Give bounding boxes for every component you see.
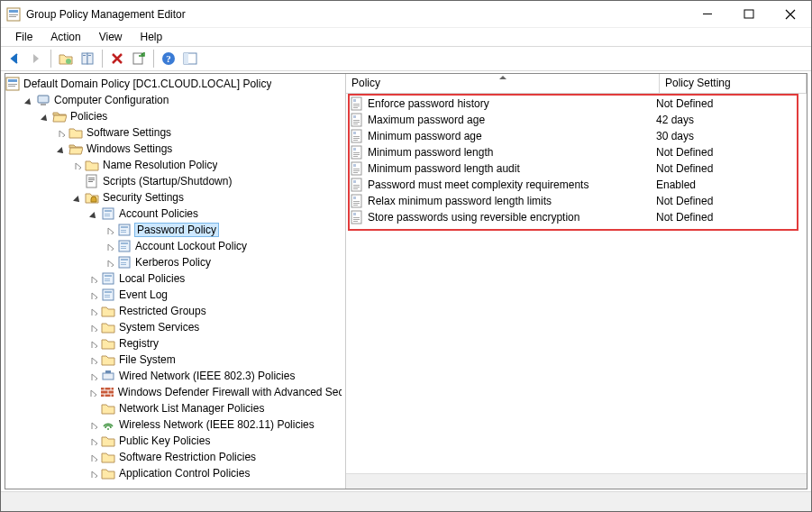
tree-kerberos-policy[interactable]: Kerberos Policy [103,254,345,270]
tree-wired-network[interactable]: Wired Network (IEEE 802.3) Policies [87,368,345,384]
tree-account-lockout-policy[interactable]: Account Lockout Policy [103,238,345,254]
policy-row[interactable]: Minimum password age30 days [346,128,807,144]
menu-help[interactable]: Help [132,29,172,45]
export-button[interactable] [129,49,149,69]
expander-icon[interactable] [87,386,98,398]
tree-scripts[interactable]: Scripts (Startup/Shutdown) [70,173,345,189]
horizontal-scrollbar[interactable] [346,473,807,489]
policy-name: Enforce password history [368,97,656,110]
forward-button[interactable] [26,49,46,69]
expander-icon[interactable] [87,418,99,431]
tree-local-policies[interactable]: Local Policies [87,270,345,287]
policy-name: Maximum password age [368,114,656,126]
tree-label: Security Settings [103,191,184,204]
tree-security-settings[interactable]: Security Settings [70,189,345,206]
window-title: Group Policy Management Editor [26,8,687,21]
help-button[interactable] [159,49,178,69]
tree-label: Computer Configuration [54,94,169,106]
expander-icon[interactable] [87,288,99,301]
tree-label: Event Log [119,288,168,301]
expander-icon[interactable] [70,191,83,204]
policy-row[interactable]: Relax minimum password length limitsNot … [346,193,807,209]
tree-system-services[interactable]: System Services [87,319,345,335]
tree-registry[interactable]: Registry [87,335,345,352]
expander-icon[interactable] [103,224,115,236]
tree-public-key-policies[interactable]: Public Key Policies [87,433,345,449]
policy-setting: Not Defined [656,97,713,110]
policy-row[interactable]: Password must meet complexity requiremen… [346,177,807,193]
maximize-button[interactable] [728,1,770,28]
tree-pane[interactable]: Default Domain Policy [DC1.CLOUD.LOCAL] … [5,74,346,489]
tree-label: Software Settings [87,126,171,139]
tree-application-control[interactable]: Application Control Policies [87,465,345,481]
expander-icon[interactable] [54,126,67,139]
tree-network-list-manager[interactable]: Network List Manager Policies [87,400,345,416]
menu-file[interactable]: File [6,29,41,45]
tree-password-policy[interactable]: Password Policy [103,222,345,238]
policy-name: Minimum password length audit [368,162,656,175]
policy-item-icon [350,96,364,111]
menu-view[interactable]: View [90,29,132,45]
tree-wireless-network[interactable]: Wireless Network (IEEE 802.11) Policies [87,416,345,433]
tree-computer-configuration[interactable]: Computer Configuration [22,92,345,108]
expander-icon[interactable] [87,370,99,382]
show-hide-tree-button[interactable] [180,49,200,69]
up-button[interactable] [56,49,76,69]
expander-icon[interactable] [87,451,99,463]
expander-icon[interactable] [54,142,67,155]
expander-icon[interactable] [87,337,99,350]
expander-icon[interactable] [87,353,99,366]
policy-node-icon [117,239,132,253]
menu-action[interactable]: Action [41,29,89,45]
tree-software-restriction[interactable]: Software Restriction Policies [87,449,345,465]
expander-icon[interactable] [103,256,115,269]
policy-row[interactable]: Minimum password length auditNot Defined [346,160,807,177]
tree-label: Public Key Policies [119,434,210,447]
tree-windows-settings[interactable]: Windows Settings [54,141,345,157]
tree-label: Software Restriction Policies [119,451,256,463]
tree-restricted-groups[interactable]: Restricted Groups [87,303,345,319]
policy-setting: Not Defined [656,211,713,224]
policy-item-icon [350,129,364,143]
app-icon [6,7,21,22]
tree-name-resolution-policy[interactable]: Name Resolution Policy [70,157,345,173]
list-body[interactable]: Enforce password historyNot DefinedMaxim… [346,94,807,473]
tree-file-system[interactable]: File System [87,352,345,368]
list-pane: Policy Policy Setting Enforce password h… [346,74,807,489]
expander-icon[interactable] [87,207,99,220]
expander-icon[interactable] [70,159,83,171]
back-button[interactable] [5,49,24,69]
policy-row[interactable]: Store passwords using reversible encrypt… [346,209,807,225]
expander-icon[interactable] [87,321,99,334]
delete-button[interactable] [107,49,127,69]
expander-icon[interactable] [87,434,99,447]
policy-node-icon [101,288,115,302]
properties-button[interactable] [78,49,97,69]
tree-event-log[interactable]: Event Log [87,287,345,303]
tree-policies[interactable]: Policies [38,108,345,124]
column-policy-setting[interactable]: Policy Setting [660,74,807,93]
folder-icon [101,434,115,448]
tree-defender-firewall[interactable]: Windows Defender Firewall with Advanced … [87,384,345,400]
expander-icon[interactable] [103,240,115,252]
tree-label: System Services [119,321,199,334]
tree-software-settings[interactable]: Software Settings [54,124,345,141]
policy-row[interactable]: Minimum password lengthNot Defined [346,144,807,160]
policy-item-icon [350,145,364,160]
expander-icon[interactable] [87,305,99,317]
list-header: Policy Policy Setting [346,74,807,94]
tree-account-policies[interactable]: Account Policies [87,206,345,222]
expander-icon[interactable] [87,272,99,285]
expander-icon[interactable] [22,94,34,106]
tree-label: Name Resolution Policy [103,159,217,171]
expander-icon[interactable] [38,110,50,123]
policy-row[interactable]: Maximum password age42 days [346,112,807,128]
close-button[interactable] [770,1,811,28]
expander-icon[interactable] [87,467,99,480]
folder-icon [101,304,115,318]
column-policy[interactable]: Policy [346,74,660,93]
tree-root[interactable]: Default Domain Policy [DC1.CLOUD.LOCAL] … [5,76,345,92]
tree-label: Registry [119,337,159,350]
minimize-button[interactable] [687,1,728,28]
policy-row[interactable]: Enforce password historyNot Defined [346,96,807,112]
